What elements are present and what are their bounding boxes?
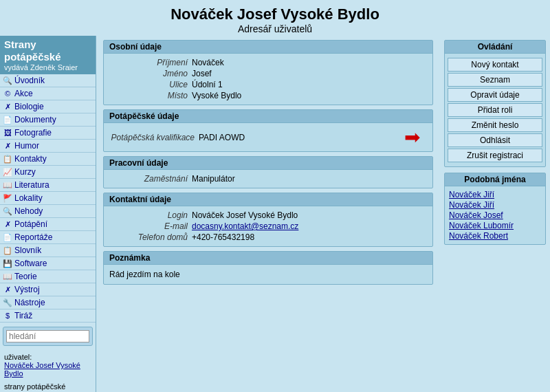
sidebar-item-literatura: 📖Literatura xyxy=(0,179,96,192)
similar-name-link[interactable]: Nováček Robert xyxy=(449,231,541,241)
sidebar-item-akce: ©Akce xyxy=(0,87,96,100)
nav-icon: 🖼 xyxy=(3,129,12,137)
sidebar-item-kontakty: 📋Kontakty xyxy=(0,153,96,166)
field-label: Potápěčská kvalifikace xyxy=(109,133,199,142)
sidebar-nav: 🔍Úvodník©Akce✗Biologie📄Dokumenty🖼Fotogra… xyxy=(0,74,96,323)
sidebar-item-vstroj: ✗Výstroj xyxy=(0,283,96,296)
field-value: Vysoké Bydlo xyxy=(192,91,241,100)
field-row: LoginNováček Josef Vysoké Bydlo xyxy=(109,210,427,220)
field-value: Nováček xyxy=(192,58,224,67)
work-section: Pracovní údaje ZaměstnáníManipulátor xyxy=(103,156,433,188)
work-section-title: Pracovní údaje xyxy=(104,157,432,170)
control-button[interactable]: Zrušit registraci xyxy=(448,149,542,162)
main-content: Osobní údaje PříjmeníNováčekJménoJosefUl… xyxy=(96,36,440,392)
sidebar-subtitle: vydává Zdeněk Sraier xyxy=(0,63,96,74)
nav-icon: ✗ xyxy=(3,102,12,111)
user-info: uživatel: Nováček Josef Vysoké Bydlo xyxy=(0,350,96,380)
controls-title: Ovládání xyxy=(445,41,545,54)
sidebar-item-biologie: ✗Biologie xyxy=(0,100,96,113)
nav-icon: 🔍 xyxy=(3,76,12,85)
diving-section: Potápěčské údaje Potápěčská kvalifikaceP… xyxy=(103,109,433,152)
nav-icon: 📖 xyxy=(3,272,12,281)
field-row: ZaměstnáníManipulátor xyxy=(109,174,427,184)
control-button[interactable]: Nový kontakt xyxy=(448,58,542,72)
control-buttons: Nový kontaktSeznamOpravit údajePřidat ro… xyxy=(445,54,545,166)
diving-section-title: Potápěčské údaje xyxy=(104,110,432,123)
control-button[interactable]: Odhlásit xyxy=(448,133,542,147)
nav-icon: 🚩 xyxy=(3,194,12,203)
field-value: Manipulátor xyxy=(192,174,235,184)
search-box xyxy=(3,327,93,346)
right-panel: Ovládání Nový kontaktSeznamOpravit údaje… xyxy=(440,36,550,392)
sidebar-item-teorie: 📖Teorie xyxy=(0,270,96,283)
nav-icon: 🔍 xyxy=(3,207,12,216)
sidebar-title: Strany potápěčské xyxy=(0,36,96,63)
field-row: PříjmeníNováček xyxy=(109,58,427,67)
control-button[interactable]: Změnit heslo xyxy=(448,118,542,132)
sidebar: Strany potápěčské vydává Zdeněk Sraier 🔍… xyxy=(0,36,96,392)
field-label: Místo xyxy=(109,91,192,100)
field-value: docasny.kontakt@seznam.cz xyxy=(192,221,298,231)
field-value: +420-765432198 xyxy=(192,232,254,242)
sidebar-item-reporte: 📄Reportáže xyxy=(0,231,96,244)
control-button[interactable]: Přidat roli xyxy=(448,103,542,117)
work-section-body: ZaměstnáníManipulátor xyxy=(104,170,432,188)
field-label: Login xyxy=(109,210,192,220)
field-label: Příjmení xyxy=(109,58,192,67)
similar-name-link[interactable]: Nováček Lubomír xyxy=(449,221,541,230)
search-input[interactable] xyxy=(6,330,89,342)
similar-section: Podobná jména Nováček JiříNováček JiříNo… xyxy=(444,173,546,245)
note-section: Poznámka Rád jezdím na kole xyxy=(103,251,433,285)
field-value: PADI AOWD xyxy=(199,133,245,142)
field-label: E-mail xyxy=(109,221,192,231)
sidebar-item-vodnk: 🔍Úvodník xyxy=(0,74,96,87)
control-button[interactable]: Seznam xyxy=(448,73,542,87)
contact-section-body: LoginNováček Josef Vysoké BydloE-maildoc… xyxy=(104,206,432,246)
personal-section-body: PříjmeníNováčekJménoJosefUliceÚdolní 1Mí… xyxy=(104,54,432,105)
field-value: Josef xyxy=(192,69,212,78)
nav-icon: $ xyxy=(3,312,12,320)
nav-icon: ✗ xyxy=(3,220,12,229)
sidebar-item-dokumenty: 📄Dokumenty xyxy=(0,113,96,127)
field-label: Jméno xyxy=(109,69,192,78)
field-label: Telefon domů xyxy=(109,232,192,242)
field-row: E-maildocasny.kontakt@seznam.cz xyxy=(109,221,427,231)
similar-names: Nováček JiříNováček JiříNováček JosefNov… xyxy=(445,186,545,244)
field-value: Údolní 1 xyxy=(192,80,223,89)
sidebar-item-potpn: ✗Potápění xyxy=(0,218,96,231)
nav-icon: 📄 xyxy=(3,116,12,124)
similar-name-link[interactable]: Nováček Josef xyxy=(449,210,541,220)
field-row: JménoJosef xyxy=(109,69,427,78)
note-text: Rád jezdím na kole xyxy=(109,268,427,281)
contact-section-title: Kontaktní údaje xyxy=(104,193,432,206)
field-row: Telefon domů+420-765432198 xyxy=(109,232,427,242)
nav-icon: 📈 xyxy=(3,168,12,177)
current-user-link[interactable]: Nováček Josef Vysoké Bydlo xyxy=(4,361,80,378)
nav-icon: 📖 xyxy=(3,181,12,190)
sidebar-item-nstroje: 🔧Nástroje xyxy=(0,296,96,309)
page-title: Nováček Josef Vysoké Bydlo xyxy=(0,6,550,23)
sidebar-item-software: 💾Software xyxy=(0,257,96,270)
email-link[interactable]: docasny.kontakt@seznam.cz xyxy=(192,221,298,231)
similar-name-link[interactable]: Nováček Jiří xyxy=(449,200,541,210)
control-button[interactable]: Opravit údaje xyxy=(448,88,542,102)
field-value: Nováček Josef Vysoké Bydlo xyxy=(192,210,298,220)
field-label: Zaměstnání xyxy=(109,174,192,184)
nav-icon: 📋 xyxy=(3,155,12,164)
arrow-icon: ➡ xyxy=(404,126,420,149)
similar-name-link[interactable]: Nováček Jiří xyxy=(449,190,541,199)
nav-icon: 📋 xyxy=(3,246,12,255)
note-section-body: Rád jezdím na kole xyxy=(104,265,432,284)
field-label: Ulice xyxy=(109,80,192,89)
nav-icon: © xyxy=(3,89,12,98)
page-header: Nováček Josef Vysoké Bydlo Adresář uživa… xyxy=(0,0,550,36)
sidebar-item-slovnk: 📋Slovník xyxy=(0,244,96,257)
sidebar-item-humor: ✗Humor xyxy=(0,140,96,153)
sidebar-item-lokality: 🚩Lokality xyxy=(0,192,96,205)
personal-section: Osobní údaje PříjmeníNováčekJménoJosefUl… xyxy=(103,40,433,105)
field-row: Potápěčská kvalifikacePADI AOWD xyxy=(109,133,397,142)
site-bottom-label: strany potápěčské xyxy=(0,380,96,392)
nav-icon: 📄 xyxy=(3,233,12,242)
personal-section-title: Osobní údaje xyxy=(104,41,432,54)
diving-section-body: Potápěčská kvalifikacePADI AOWD ➡ xyxy=(104,123,432,151)
